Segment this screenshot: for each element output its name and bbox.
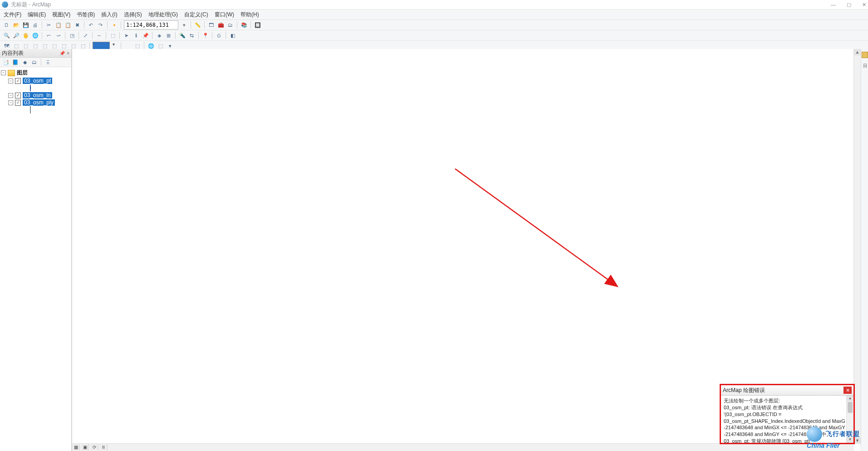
menu-bookmarks[interactable]: 书签(B) (77, 11, 95, 19)
maximize-button[interactable]: ▢ (847, 2, 851, 8)
pause-drawing-button[interactable]: ⏸ (100, 444, 108, 451)
tool-icon[interactable]: 📍 (201, 32, 209, 39)
expand-icon[interactable]: − (8, 100, 13, 105)
menu-edit[interactable]: 编辑(E) (28, 11, 46, 19)
expand-icon[interactable]: − (1, 70, 6, 75)
map-vertical-scrollbar[interactable]: ▲ ▼ (853, 49, 861, 444)
open-icon[interactable]: 📂 (12, 21, 20, 29)
full-extent-icon[interactable]: 🌐 (31, 32, 39, 39)
tool-icon[interactable]: ◧ (229, 32, 236, 39)
scroll-up-icon[interactable]: ▲ (847, 396, 853, 402)
tool-icon[interactable]: ⬚ (60, 42, 68, 50)
toc-pin-icon[interactable]: 📌 (59, 51, 65, 56)
menu-insert[interactable]: 插入(I) (101, 11, 117, 19)
tool-icon[interactable]: 🌐 (147, 42, 155, 50)
right-dock-strip[interactable]: 目 (861, 49, 868, 451)
paste-icon[interactable]: 📋 (64, 21, 72, 29)
map-scale-input[interactable] (124, 20, 178, 29)
menu-file[interactable]: 文件(F) (4, 11, 21, 19)
toc-options-icon[interactable]: Ξ (44, 59, 52, 66)
delete-icon[interactable]: ✖ (74, 21, 81, 29)
expand-icon[interactable]: − (8, 78, 13, 83)
tool-icon[interactable] (124, 42, 132, 50)
tool-icon[interactable]: ↔ (95, 32, 103, 39)
toc-list-by-selection-icon[interactable]: 🗂 (30, 59, 38, 66)
new-icon[interactable]: 🗋 (3, 21, 10, 29)
tool-icon[interactable]: ⬚ (69, 42, 77, 50)
menu-customize[interactable]: 自定义(C) (184, 11, 208, 19)
tool-icon[interactable]: ⬚ (109, 32, 117, 39)
tool-icon[interactable]: ▾ (166, 42, 174, 50)
layer-visibility-checkbox[interactable] (15, 100, 21, 106)
minimize-button[interactable]: — (831, 2, 836, 7)
redo-icon[interactable]: ↷ (97, 21, 104, 29)
data-view-button[interactable]: ▦ (72, 444, 80, 451)
toc-list-by-source-icon[interactable]: 📘 (11, 59, 19, 66)
tool-icon[interactable]: ⊞ (165, 32, 172, 39)
tool-icon[interactable]: ⬚ (79, 42, 87, 50)
catalog-icon[interactable]: 📚 (240, 21, 248, 29)
tool-icon[interactable]: ⬚ (22, 42, 29, 50)
add-data-icon[interactable]: 🔸 (110, 21, 118, 29)
layer-item[interactable]: − 03_osm_pt (8, 78, 70, 91)
menu-help[interactable]: 帮助(H) (240, 11, 259, 19)
scroll-up-icon[interactable]: ▲ (854, 49, 861, 55)
toc-close-icon[interactable]: × (67, 51, 69, 56)
layer-item[interactable]: − 03_osm_ln (8, 92, 70, 98)
tool-icon[interactable]: 🗺 (3, 42, 10, 50)
tool-icon[interactable]: ⬚ (50, 42, 58, 50)
prev-extent-icon[interactable]: ⤺ (45, 32, 53, 39)
menu-selection[interactable]: 选择(S) (124, 11, 142, 19)
tool-icon[interactable]: 🗂 (226, 21, 234, 29)
layout-view-button[interactable]: ▣ (81, 444, 89, 451)
layer-name[interactable]: 03_osm_pt (23, 78, 52, 84)
layer-visibility-checkbox[interactable] (15, 93, 21, 98)
scroll-thumb[interactable] (848, 402, 853, 413)
menu-geoprocessing[interactable]: 地理处理(G) (148, 11, 178, 19)
close-button[interactable]: ✕ (862, 2, 866, 8)
tool-icon[interactable]: ◈ (155, 32, 163, 39)
tool-icon[interactable]: ⬚ (12, 42, 20, 50)
expand-icon[interactable]: − (8, 93, 13, 98)
tool-icon[interactable]: 🧰 (217, 21, 225, 29)
error-popup-titlebar[interactable]: ArcMap 绘图错误 ✕ (721, 385, 853, 396)
error-popup-close-button[interactable]: ✕ (843, 387, 852, 394)
toc-list-by-drawing-icon[interactable]: 📑 (2, 59, 10, 66)
refresh-button[interactable]: ⟳ (91, 444, 98, 451)
point-symbol-icon[interactable] (30, 84, 31, 92)
tool-icon[interactable]: ⤢ (82, 32, 89, 39)
polygon-symbol-icon[interactable] (30, 106, 31, 113)
tool-icon[interactable]: ⎙ (215, 32, 223, 39)
tool-icon[interactable]: ◳ (68, 32, 76, 39)
zoom-out-icon[interactable]: 🔎 (12, 32, 20, 39)
layer-visibility-checkbox[interactable] (15, 78, 21, 84)
layer-name[interactable]: 03_osm_ln (23, 92, 52, 98)
print-icon[interactable]: 🖨 (31, 21, 39, 29)
identify-icon[interactable]: ℹ (132, 32, 140, 39)
layer-item[interactable]: − 03_osm_ply (8, 99, 70, 113)
menu-window[interactable]: 窗口(W) (215, 11, 234, 19)
goto-xy-icon[interactable]: ⇆ (188, 32, 196, 39)
map-display[interactable]: ArcMap 绘图错误 ✕ 无法绘制一个或多个图层: 03_osm_pt: 语法… (72, 49, 861, 451)
pin-icon[interactable]: 📌 (142, 32, 149, 39)
menu-view[interactable]: 视图(V) (52, 11, 70, 19)
tool-icon[interactable]: ⬚ (41, 42, 49, 50)
tool-icon[interactable]: ⬚ (157, 42, 164, 50)
tool-icon[interactable]: ⬚ (133, 42, 141, 50)
next-extent-icon[interactable]: ⤻ (54, 32, 62, 39)
pan-icon[interactable]: 🖐 (22, 32, 29, 39)
editor-toolbar-icon[interactable]: 📏 (194, 21, 201, 29)
undo-icon[interactable]: ↶ (87, 21, 95, 29)
tool-icon[interactable]: 🔲 (254, 21, 261, 29)
select-element-icon[interactable]: ➤ (123, 32, 130, 39)
save-icon[interactable]: 💾 (22, 21, 29, 29)
cut-icon[interactable]: ✂ (45, 21, 53, 29)
layer-name[interactable]: 03_osm_ply (23, 99, 55, 106)
toc-root[interactable]: − 图层 (1, 69, 70, 77)
toc-list-by-visibility-icon[interactable]: ◆ (21, 59, 29, 66)
tool-icon[interactable]: ⬚ (31, 42, 39, 50)
copy-icon[interactable]: 📋 (54, 21, 62, 29)
find-icon[interactable]: 🔦 (178, 32, 186, 39)
catalog-tab-icon[interactable] (862, 52, 868, 58)
tool-icon[interactable]: 🗔 (207, 21, 215, 29)
